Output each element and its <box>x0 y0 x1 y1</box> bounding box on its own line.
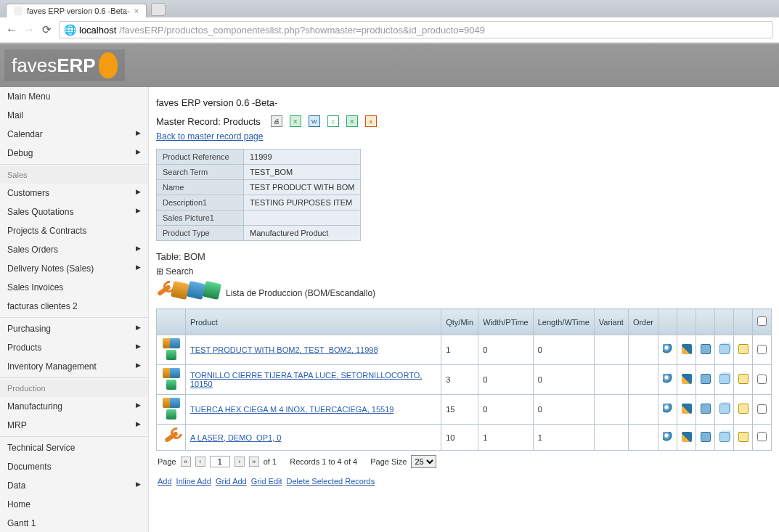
print-row-icon[interactable] <box>701 404 711 414</box>
table-row: TEST PRODUCT WITH BOM2, TEST_BOM2, 11998… <box>157 335 772 365</box>
export-xml-icon[interactable]: x <box>365 115 377 127</box>
pager-last-icon[interactable]: » <box>249 457 259 467</box>
view-icon[interactable] <box>663 432 673 442</box>
copy-icon[interactable] <box>719 404 730 414</box>
pager-grid-add-link[interactable]: Grid Add <box>216 477 247 486</box>
nav-back-icon[interactable]: ← <box>6 23 17 36</box>
edit-icon[interactable] <box>682 344 692 354</box>
pager-page-input[interactable] <box>210 456 230 467</box>
print-row-icon[interactable] <box>701 344 711 354</box>
sidebar-item-top-3[interactable]: Debug▶ <box>0 144 148 163</box>
sidebar-item-mid-2[interactable]: Inventory Management▶ <box>0 357 148 376</box>
sidebar-section-production: Production <box>0 380 148 397</box>
row-checkbox[interactable] <box>757 404 767 414</box>
view-icon[interactable] <box>663 404 673 414</box>
edit-icon[interactable] <box>682 374 692 384</box>
sidebar-item-prod-0[interactable]: Manufacturing▶ <box>0 397 148 416</box>
view-icon[interactable] <box>663 344 673 354</box>
grid-header[interactable]: Width/PTime <box>478 309 534 335</box>
cell-qty: 3 <box>441 365 478 395</box>
sidebar-item-sales-5[interactable]: Sales Invoices <box>0 278 148 297</box>
pager-size-select[interactable]: 25 <box>411 455 436 468</box>
sidebar-item-sales-2[interactable]: Projects & Contracts <box>0 221 148 240</box>
sidebar-item-sales-6[interactable]: facturas clientes 2 <box>0 297 148 316</box>
pager-of-label: of 1 <box>264 457 277 466</box>
sidebar-item-bottom-3[interactable]: Home <box>0 495 148 514</box>
pager-prev-icon[interactable]: ‹ <box>195 457 205 467</box>
copy-icon[interactable] <box>719 374 730 384</box>
product-link[interactable]: TORNILLO CIERRE TIJERA TAPA LUCE, SETORN… <box>190 371 422 388</box>
grid-header[interactable]: Qty/Min <box>441 309 478 335</box>
grid-header[interactable]: Variant <box>594 309 628 335</box>
product-link[interactable]: TUERCA HEX CIEGA M 4 INOX, TUERCACIEGA, … <box>190 405 393 414</box>
bom-table-label: Table: BOM <box>156 251 772 262</box>
pager-inline-add-link[interactable]: Inline Add <box>176 477 211 486</box>
copy-icon[interactable] <box>719 432 730 442</box>
edit-icon[interactable] <box>682 404 692 414</box>
url-host: localhost <box>79 25 116 36</box>
grid-header-action <box>696 309 715 335</box>
back-to-master-link[interactable]: Back to master record page <box>156 131 263 142</box>
cell-qty: 10 <box>441 425 478 451</box>
edit-icon[interactable] <box>682 432 692 442</box>
tab-close-icon[interactable]: × <box>134 7 139 15</box>
cell-length: 0 <box>533 395 594 425</box>
grid-header-checkbox[interactable] <box>753 309 772 335</box>
browser-tab[interactable]: faves ERP version 0.6 -Beta- × <box>6 4 147 17</box>
pager-records-label: Records 1 to 4 of 4 <box>290 457 357 466</box>
sidebar-item-bottom-2[interactable]: Data▶ <box>0 476 148 495</box>
sidebar-item-sales-4[interactable]: Delivery Notes (Sales)▶ <box>0 259 148 278</box>
grid-header[interactable]: Product <box>186 309 441 335</box>
pager-grid-edit-link[interactable]: Grid Edit <box>251 477 282 486</box>
new-tab-button[interactable] <box>151 3 166 16</box>
sidebar-item-sales-1[interactable]: Sales Quotations▶ <box>0 202 148 221</box>
sidebar-item-sales-3[interactable]: Sales Orders▶ <box>0 240 148 259</box>
inline-edit-icon[interactable] <box>738 344 749 354</box>
row-checkbox[interactable] <box>757 375 767 384</box>
cell-variant <box>594 425 628 451</box>
export-excel-icon[interactable]: X <box>290 115 301 127</box>
grid-header-action <box>715 309 734 335</box>
master-record-label: Master Record: Products <box>156 116 261 127</box>
pager-delete-link[interactable]: Delete Selected Records <box>287 477 375 486</box>
pager-add-link[interactable]: Add <box>158 477 172 486</box>
sidebar-item-top-0[interactable]: Main Menu <box>0 87 148 106</box>
sidebar-item-prod-1[interactable]: MRP▶ <box>0 416 148 435</box>
row-checkbox[interactable] <box>757 432 767 441</box>
inline-edit-icon[interactable] <box>738 404 749 414</box>
grid-header-action <box>677 309 696 335</box>
master-detail-table: Product Reference11999Search TermTEST_BO… <box>156 149 361 241</box>
print-icon[interactable]: 🖨 <box>271 115 282 127</box>
sidebar-item-bottom-0[interactable]: Technical Service <box>0 438 148 457</box>
select-all-checkbox[interactable] <box>757 316 767 326</box>
sidebar-item-mid-0[interactable]: Purchasing▶ <box>0 319 148 338</box>
print-row-icon[interactable] <box>701 432 711 442</box>
product-link[interactable]: A LASER, DEMO_OP1, 0 <box>190 433 281 442</box>
inline-edit-icon[interactable] <box>738 374 749 384</box>
print-row-icon[interactable] <box>701 374 711 384</box>
detail-key: Name <box>157 180 244 195</box>
url-bar[interactable]: 🌐 localhost/favesERP/productos_component… <box>59 21 773 38</box>
export-excel2-icon[interactable]: X <box>346 115 358 127</box>
pager-next-icon[interactable]: › <box>234 457 245 467</box>
search-toggle[interactable]: ⊞ Search <box>156 266 193 277</box>
sidebar-item-top-1[interactable]: Mail <box>0 106 148 125</box>
view-icon[interactable] <box>663 374 673 384</box>
grid-header[interactable]: Length/WTime <box>533 309 594 335</box>
grid-header[interactable]: Order <box>628 309 658 335</box>
copy-icon[interactable] <box>719 344 730 354</box>
export-csv-icon[interactable]: c <box>327 115 339 127</box>
product-link[interactable]: TEST PRODUCT WITH BOM2, TEST_BOM2, 11998 <box>190 345 378 354</box>
sidebar-item-top-2[interactable]: Calendar▶ <box>0 125 148 144</box>
pager-first-icon[interactable]: « <box>181 457 191 467</box>
sidebar-item-bottom-1[interactable]: Documents <box>0 457 148 476</box>
sidebar-item-bottom-4[interactable]: Gantt 1 <box>0 514 148 532</box>
inline-edit-icon[interactable] <box>738 432 749 442</box>
cell-order <box>628 365 658 395</box>
sidebar-item-mid-1[interactable]: Products▶ <box>0 338 148 357</box>
export-word-icon[interactable]: W <box>309 115 320 127</box>
reload-icon[interactable]: ⟳ <box>42 23 52 36</box>
row-checkbox[interactable] <box>757 345 767 354</box>
sidebar-item-sales-0[interactable]: Customers▶ <box>0 184 148 202</box>
bom-grid: ProductQty/MinWidth/PTimeLength/WTimeVar… <box>156 308 772 451</box>
